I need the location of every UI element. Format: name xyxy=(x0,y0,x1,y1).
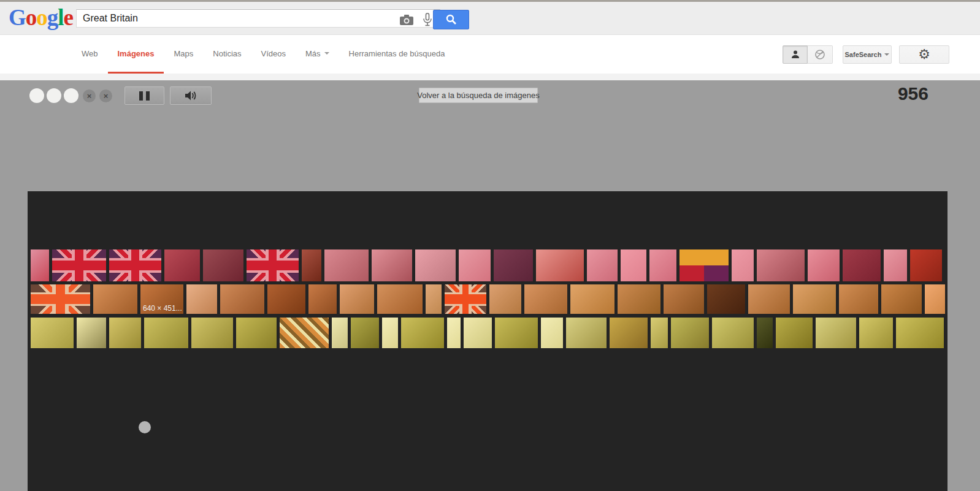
life-indicator xyxy=(64,88,78,103)
parliament-thumbnail xyxy=(610,318,648,348)
settings-button[interactable]: ⚙ xyxy=(899,45,949,64)
buildings-thumbnail xyxy=(267,284,305,314)
field-thumbnail xyxy=(570,284,614,314)
stonehenge-thumbnail xyxy=(144,318,188,348)
life-lost-indicator: × xyxy=(99,89,112,102)
europe-map-thumbnail xyxy=(459,249,491,281)
union-jack-flag-thumbnail xyxy=(247,249,299,281)
tower-thumbnail xyxy=(340,284,374,314)
union-jack-flag-thumbnail xyxy=(52,249,106,281)
group-photo-thumbnail xyxy=(896,318,944,348)
church-thumbnail xyxy=(31,318,74,348)
global-results-button[interactable] xyxy=(808,45,833,64)
coin-thumbnail xyxy=(109,318,141,348)
steamship-thumbnail xyxy=(372,249,412,281)
houses-thumbnail xyxy=(377,284,423,314)
thumbnail xyxy=(649,249,676,281)
life-indicator xyxy=(29,88,44,103)
stonehenge-thumbnail xyxy=(93,284,137,314)
logo-letter: o xyxy=(26,5,37,30)
gear-icon: ⚙ xyxy=(918,48,930,61)
engraving-thumbnail xyxy=(415,249,456,281)
thumbnail xyxy=(426,284,442,314)
steamship-thumbnail xyxy=(220,284,264,314)
ship-thumbnail xyxy=(757,249,805,281)
logo-letter: l xyxy=(58,5,63,30)
brick-row-red xyxy=(31,249,942,281)
royal-crest-thumbnail xyxy=(587,249,618,281)
thumbnail xyxy=(621,249,646,281)
river-thumbnail xyxy=(524,284,567,314)
royal-standard-flag-thumbnail xyxy=(679,249,729,281)
houses-thumbnail xyxy=(839,284,878,314)
big-ben-thumbnail xyxy=(308,284,337,314)
tab-label: Web xyxy=(82,49,98,58)
tab-im-genes[interactable]: Imágenes xyxy=(108,35,164,74)
sound-button[interactable] xyxy=(170,86,212,105)
life-indicator xyxy=(47,88,61,103)
union-jack-flag-thumbnail xyxy=(109,249,161,281)
page-background-strip xyxy=(0,74,980,80)
tab-maps[interactable]: Maps xyxy=(164,35,203,74)
flagpole-thumbnail xyxy=(464,318,492,348)
tab-label: Maps xyxy=(174,49,193,58)
loch-thumbnail xyxy=(495,318,538,348)
europe-map-thumbnail xyxy=(77,318,106,348)
logo-letter: G xyxy=(9,5,26,30)
search-tabs: WebImágenesMapsNoticiasVídeosMásHerramie… xyxy=(72,35,454,74)
union-jack-collage-thumbnail xyxy=(280,318,329,348)
valley-thumbnail xyxy=(793,284,836,314)
brick-row-yellow xyxy=(31,318,944,348)
thumbnail xyxy=(884,249,907,281)
scotland-sketch-thumbnail xyxy=(541,318,563,348)
camera-icon[interactable] xyxy=(399,13,415,26)
union-jack-flag-thumbnail xyxy=(31,284,90,314)
building-thumbnail xyxy=(494,249,533,281)
search-header: Google xyxy=(0,2,980,35)
back-to-image-search-button[interactable]: Volver a la búsqueda de imágenes xyxy=(419,88,538,103)
building-thumbnail xyxy=(191,318,233,348)
guards-thumbnail xyxy=(859,318,893,348)
tab-herramientas-de-b-squeda[interactable]: Herramientas de búsqueda xyxy=(339,35,455,74)
sign-thumbnail xyxy=(671,318,709,348)
pause-button[interactable] xyxy=(124,86,164,105)
logo-letter: g xyxy=(47,5,58,30)
results-nav-bar: WebImágenesMapsNoticiasVídeosMásHerramie… xyxy=(0,35,980,74)
uk-map-thumbnail xyxy=(925,284,945,314)
crest-thumbnail xyxy=(808,249,840,281)
ship-drawing-thumbnail xyxy=(324,249,369,281)
play-area: 640 × 451... xyxy=(28,191,947,491)
chevron-down-icon xyxy=(324,52,329,55)
tall-ship-thumbnail xyxy=(203,249,243,281)
game-background: 640 × 451... xyxy=(0,80,980,491)
dark-thumbnail xyxy=(757,318,773,348)
tab-web[interactable]: Web xyxy=(72,35,108,74)
sketch-thumbnail xyxy=(382,318,398,348)
tab-label: Herramientas de búsqueda xyxy=(349,49,445,58)
big-ben-thumbnail xyxy=(351,318,379,348)
tab-label: Imágenes xyxy=(118,49,155,58)
tab-m-s[interactable]: Más xyxy=(296,35,339,74)
palace-gardens-thumbnail xyxy=(712,318,754,348)
tower-bridge-thumbnail xyxy=(566,318,607,348)
brick-row-orange: 640 × 451... xyxy=(31,284,945,314)
tab-label: Noticias xyxy=(213,49,241,58)
search-button[interactable] xyxy=(433,10,469,29)
abbey-thumbnail xyxy=(618,284,660,314)
harbor-ships-thumbnail xyxy=(881,284,922,314)
birdhouse-thumbnail xyxy=(401,318,444,348)
globe-icon xyxy=(814,49,825,60)
safesearch-dropdown[interactable]: SafeSearch xyxy=(843,45,892,64)
personal-results-button[interactable] xyxy=(783,45,808,64)
search-input[interactable] xyxy=(76,9,440,28)
search-icon xyxy=(446,14,457,25)
logo-letter: o xyxy=(36,5,47,30)
red-interior-thumbnail xyxy=(910,249,942,281)
dark-interior-thumbnail xyxy=(707,284,745,314)
tab-v-deos[interactable]: Vídeos xyxy=(251,35,296,74)
tab-noticias[interactable]: Noticias xyxy=(203,35,251,74)
pause-icon xyxy=(139,91,150,101)
result-type-toggle xyxy=(783,45,833,64)
masts-thumbnail xyxy=(186,284,217,314)
google-logo[interactable]: Google xyxy=(9,4,73,31)
